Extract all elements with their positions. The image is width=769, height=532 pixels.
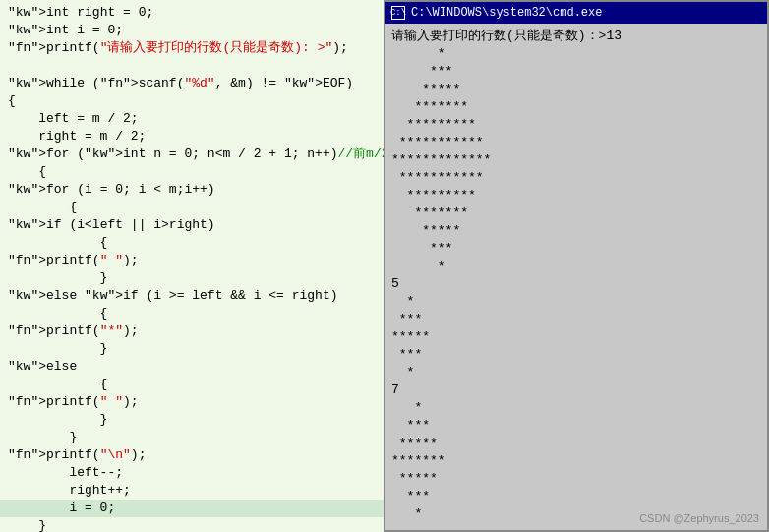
cmd-content: 请输入要打印的行数(只能是奇数)：>13 * *** ***** *******…	[385, 24, 767, 530]
code-line: "kw">for ("kw">int n = 0; n<m / 2 + 1; n…	[0, 146, 384, 163]
cmd-output-line: 7	[391, 382, 761, 399]
cmd-output-line: ***	[391, 417, 761, 435]
watermark: CSDN @Zephyrus_2023	[639, 512, 759, 524]
cmd-output-line: ***********	[391, 169, 761, 187]
cmd-window: C:\ C:\WINDOWS\system32\cmd.exe 请输入要打印的行…	[384, 0, 769, 532]
code-line: "kw">if (i<left || i>right)	[0, 216, 384, 234]
code-line: "fn">printf("请输入要打印的行数(只能是奇数): >");	[0, 39, 384, 57]
code-line: "kw">else "kw">if (i >= left && i <= rig…	[0, 287, 384, 305]
code-line: }	[0, 340, 384, 358]
cmd-output-line: *****	[391, 222, 761, 240]
cmd-output-line: *********	[391, 116, 761, 134]
code-line: }	[0, 269, 384, 287]
cmd-output-line: ***	[391, 240, 761, 258]
cmd-output-line: *****	[391, 470, 761, 488]
code-line: "kw">while ("fn">scanf("%d", &m) != "kw"…	[0, 75, 384, 92]
code-line	[0, 57, 384, 75]
code-line: {	[0, 92, 384, 110]
cmd-output-line: *******	[391, 452, 761, 470]
code-line: "fn">printf("\n");	[0, 446, 384, 464]
code-line: }	[0, 411, 384, 429]
code-line: {	[0, 305, 384, 323]
code-line: left--;	[0, 464, 384, 482]
cmd-output-line: ***	[391, 488, 761, 505]
cmd-output-line: *	[391, 45, 761, 63]
code-line: "kw">for (i = 0; i < m;i++)	[0, 181, 384, 199]
cmd-output-line: ***	[391, 63, 761, 81]
code-line: {	[0, 376, 384, 393]
code-line: {	[0, 234, 384, 252]
code-line: "kw">else	[0, 358, 384, 376]
cmd-output-line: *************	[391, 151, 761, 169]
code-line: "fn">printf(" ");	[0, 393, 384, 411]
code-line: "kw">int i = 0;	[0, 22, 384, 39]
code-line: {	[0, 163, 384, 181]
cmd-output-line: *****	[391, 81, 761, 98]
cmd-output-line: *******	[391, 205, 761, 222]
cmd-titlebar: C:\ C:\WINDOWS\system32\cmd.exe	[385, 2, 767, 24]
cmd-output-line: *****	[391, 435, 761, 452]
code-line: "fn">printf(" ");	[0, 252, 384, 269]
cmd-output-line: 5	[391, 275, 761, 293]
cmd-output-line: *****	[391, 328, 761, 346]
cmd-output-line: *	[391, 399, 761, 417]
code-line: left = m / 2;	[0, 110, 384, 128]
cmd-output-line: ***	[391, 346, 761, 364]
cmd-output-line: *	[391, 258, 761, 275]
code-line: right = m / 2;	[0, 128, 384, 146]
cmd-output-line: ***********	[391, 134, 761, 151]
cmd-output-line: *******	[391, 98, 761, 116]
code-line: right++;	[0, 482, 384, 500]
cmd-output-line: 请输入要打印的行数(只能是奇数)：>13	[391, 28, 761, 45]
cmd-icon: C:\	[391, 6, 405, 20]
code-line: {	[0, 199, 384, 216]
cmd-title: C:\WINDOWS\system32\cmd.exe	[411, 6, 602, 20]
code-line: "kw">int right = 0;	[0, 4, 384, 22]
code-line: }	[0, 429, 384, 446]
cmd-output-line: *	[391, 364, 761, 382]
cmd-output-line: *	[391, 293, 761, 311]
code-line: i = 0;	[0, 500, 384, 517]
code-line: "fn">printf("*");	[0, 323, 384, 340]
code-line: }	[0, 517, 384, 532]
code-editor: "kw">int right = 0;"kw">int i = 0;"fn">p…	[0, 0, 384, 532]
cmd-output-line: ***	[391, 311, 761, 328]
cmd-output-line: *********	[391, 187, 761, 205]
